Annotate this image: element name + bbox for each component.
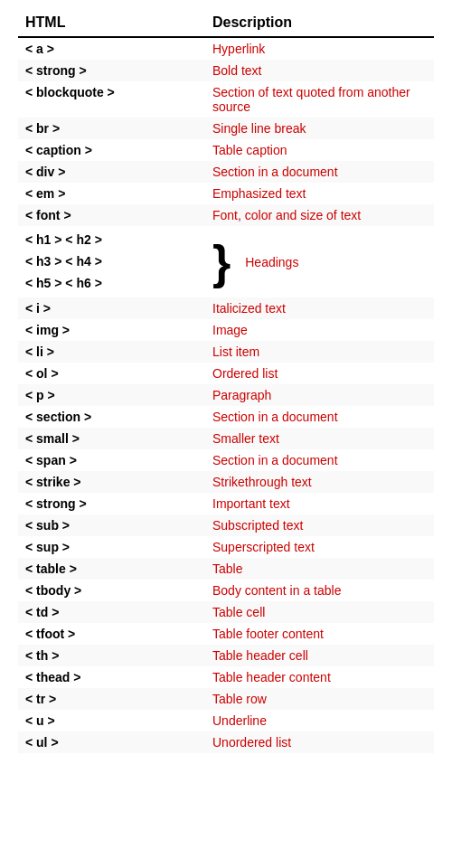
description-cell: Italicized text xyxy=(205,297,434,319)
html-tag-cell: < strong > xyxy=(18,493,205,514)
table-row: < strike >Strikethrough text xyxy=(18,471,434,493)
description-cell: Ordered list xyxy=(205,363,434,384)
table-row: < strong >Bold text xyxy=(18,60,434,81)
description-cell: Paragraph xyxy=(205,384,434,406)
heading-tag: < h1 > < h2 > xyxy=(25,230,198,251)
description-cell: Emphasized text xyxy=(205,183,434,204)
description-cell: Strikethrough text xyxy=(205,471,434,493)
description-cell: Table row xyxy=(205,688,434,710)
html-tag-cell: < a > xyxy=(18,37,205,60)
html-tag-cell: < thead > xyxy=(18,666,205,688)
table-row: < sup >Superscripted text xyxy=(18,536,434,558)
table-row: < sub >Subscripted text xyxy=(18,514,434,536)
description-cell: Section in a document xyxy=(205,449,434,471)
heading-tag: < h5 > < h6 > xyxy=(25,273,198,295)
html-tag-cell: < ul > xyxy=(18,731,205,753)
html-tag-cell: < table > xyxy=(18,558,205,580)
table-row: < strong >Important text xyxy=(18,493,434,514)
description-cell: List item xyxy=(205,341,434,363)
table-row: < a >Hyperlink xyxy=(18,37,434,60)
table-row: < div >Section in a document xyxy=(18,161,434,183)
html-tag-cell: < tfoot > xyxy=(18,623,205,645)
html-tag-cell: < tr > xyxy=(18,688,205,710)
table-row: < table >Table xyxy=(18,558,434,580)
description-cell: Single line break xyxy=(205,118,434,139)
table-row: < tfoot >Table footer content xyxy=(18,623,434,645)
description-cell: Body content in a table xyxy=(205,580,434,601)
html-column-header: HTML xyxy=(18,9,205,37)
description-cell: Image xyxy=(205,319,434,341)
description-cell: Underline xyxy=(205,710,434,731)
table-row: < em >Emphasized text xyxy=(18,183,434,204)
html-tag-cell: < strike > xyxy=(18,471,205,493)
table-row: < blockquote >Section of text quoted fro… xyxy=(18,81,434,118)
html-tag-cell: < td > xyxy=(18,601,205,623)
table-row: < i >Italicized text xyxy=(18,297,434,319)
html-tag-cell: < u > xyxy=(18,710,205,731)
html-tag-cell: < sub > xyxy=(18,514,205,536)
table-row: < font >Font, color and size of text xyxy=(18,204,434,226)
table-row: < li >List item xyxy=(18,341,434,363)
description-cell: Important text xyxy=(205,493,434,514)
description-cell: Table header content xyxy=(205,666,434,688)
description-cell: Unordered list xyxy=(205,731,434,753)
description-cell: Subscripted text xyxy=(205,514,434,536)
description-cell: Table caption xyxy=(205,139,434,161)
table-row: < section >Section in a document xyxy=(18,406,434,428)
heading-tag: < h3 > < h4 > xyxy=(25,251,198,273)
description-cell: Table header cell xyxy=(205,645,434,666)
html-tag-cell: < section > xyxy=(18,406,205,428)
table-row: < tr >Table row xyxy=(18,688,434,710)
html-tag-cell: < span > xyxy=(18,449,205,471)
html-tag-cell: < blockquote > xyxy=(18,81,205,118)
description-cell: Section of text quoted from another sour… xyxy=(205,81,434,118)
description-cell: Superscripted text xyxy=(205,536,434,558)
table-row: < br >Single line break xyxy=(18,118,434,139)
table-row: < h1 > < h2 >< h3 > < h4 >< h5 > < h6 >}… xyxy=(18,226,434,297)
table-row: < p >Paragraph xyxy=(18,384,434,406)
html-tag-cell: < br > xyxy=(18,118,205,139)
table-row: < td >Table cell xyxy=(18,601,434,623)
table-row: < small >Smaller text xyxy=(18,428,434,449)
html-tag-cell: < ol > xyxy=(18,363,205,384)
brace-desc-cell: }Headings xyxy=(205,226,434,297)
html-tag-cell: < i > xyxy=(18,297,205,319)
html-tag-cell: < em > xyxy=(18,183,205,204)
table-row: < caption >Table caption xyxy=(18,139,434,161)
description-cell: Section in a document xyxy=(205,406,434,428)
description-cell: Hyperlink xyxy=(205,37,434,60)
description-column-header: Description xyxy=(205,9,434,37)
html-tag-cell: < small > xyxy=(18,428,205,449)
table-row: < ol >Ordered list xyxy=(18,363,434,384)
html-tag-cell: < strong > xyxy=(18,60,205,81)
html-tag-cell: < img > xyxy=(18,319,205,341)
html-tag-cell: < font > xyxy=(18,204,205,226)
headings-description: Headings xyxy=(238,253,306,271)
table-row: < img >Image xyxy=(18,319,434,341)
description-cell: Section in a document xyxy=(205,161,434,183)
table-row: < span >Section in a document xyxy=(18,449,434,471)
table-row: < ul >Unordered list xyxy=(18,731,434,753)
html-reference-table: HTML Description < a >Hyperlink< strong … xyxy=(18,9,434,753)
html-tag-cell: < div > xyxy=(18,161,205,183)
description-cell: Font, color and size of text xyxy=(205,204,434,226)
curly-brace-icon: } xyxy=(212,239,231,286)
table-row: < th >Table header cell xyxy=(18,645,434,666)
table-row: < tbody >Body content in a table xyxy=(18,580,434,601)
main-container: HTML Description < a >Hyperlink< strong … xyxy=(0,0,452,771)
table-row: < u >Underline xyxy=(18,710,434,731)
html-tag-cell: < tbody > xyxy=(18,580,205,601)
html-tag-cell: < p > xyxy=(18,384,205,406)
description-cell: Bold text xyxy=(205,60,434,81)
table-row: < thead >Table header content xyxy=(18,666,434,688)
html-tag-cell: < caption > xyxy=(18,139,205,161)
description-cell: Smaller text xyxy=(205,428,434,449)
html-tag-cell: < li > xyxy=(18,341,205,363)
description-cell: Table footer content xyxy=(205,623,434,645)
description-cell: Table cell xyxy=(205,601,434,623)
html-tag-cell: < th > xyxy=(18,645,205,666)
html-tag-cell: < sup > xyxy=(18,536,205,558)
headings-html-cell: < h1 > < h2 >< h3 > < h4 >< h5 > < h6 > xyxy=(18,226,205,297)
description-cell: Table xyxy=(205,558,434,580)
